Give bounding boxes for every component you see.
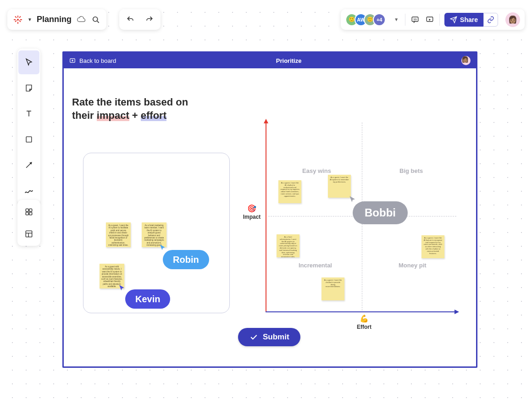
prioritize-frame: Back to board Prioritize 👩🏽 Rate the ite… [62,51,477,368]
share-button[interactable]: Share [444,13,483,27]
sticky-note[interactable]: As a guest, I want the chatbot to provid… [321,277,344,300]
frame-title: Prioritize [276,57,302,64]
frame-user-avatar[interactable]: 👩🏽 [461,56,471,65]
instruction-headline: Rate the items based on their impact + e… [72,96,205,122]
flex-emoji-icon: 💪 [350,314,378,323]
submit-button-label: Submit [263,332,289,342]
svg-rect-5 [15,16,17,18]
tool-templates[interactable] [18,202,39,222]
svg-rect-6 [19,20,21,22]
cursor-label-kevin: Kevin [125,289,170,309]
tool-frames[interactable] [18,224,39,244]
tool-text[interactable] [18,102,39,126]
y-axis-line [266,120,266,312]
svg-rect-8 [15,20,17,22]
y-axis-label: 🎯 Impact [238,204,266,220]
x-axis-arrow-icon [454,310,459,314]
sticky-note[interactable]: As a guest, I want the AI system to reme… [328,175,351,198]
svg-rect-22 [26,231,32,237]
tool-shape[interactable] [18,127,39,151]
sticky-note[interactable]: As a front administrator, I want the AI … [277,234,299,257]
copy-link-button[interactable] [483,13,498,27]
svg-point-0 [17,18,19,20]
headline-impact-highlight: impact [97,110,129,121]
cursor-pointer-icon [159,244,167,252]
cursor-label-bobbi: Bobbi [353,201,408,224]
target-emoji-icon: 🎯 [238,204,266,213]
cursor-pointer-icon [118,284,126,292]
svg-rect-7 [19,16,21,18]
x-axis-line [266,311,458,312]
tool-pen[interactable] [18,179,39,203]
cloud-sync-icon[interactable] [76,15,86,25]
x-axis-label: 💪 Effort [350,314,378,330]
collaboration-header-card: 🙂 AW 🙂 +4 ▼ 99 Share 👩🏽 [341,9,525,30]
presence-avatars[interactable]: 🙂 AW 🙂 +4 [345,13,386,26]
back-to-board-label: Back to board [79,57,116,64]
svg-rect-15 [26,137,32,142]
sticky-note[interactable]: As a guest, I want the AI feature to rec… [421,235,444,258]
svg-rect-20 [26,212,28,215]
frame-header: Back to board Prioritize 👩🏽 [64,53,476,68]
doc-menu-caret-icon[interactable]: ▼ [28,17,32,22]
svg-point-9 [93,17,98,21]
document-title[interactable]: Planning [37,15,72,24]
headline-text: + [129,110,141,121]
svg-rect-21 [29,212,32,215]
share-group: Share [444,13,498,27]
svg-rect-18 [26,209,28,211]
presence-dropdown-caret-icon[interactable]: ▼ [392,17,400,22]
y-axis-arrow-icon [264,119,268,123]
sticky-note[interactable]: As a guest, I want the AI chatbot to und… [278,180,301,203]
cursor-pointer-icon [348,195,357,204]
app-logo-icon [13,15,23,25]
svg-rect-2 [17,22,18,24]
headline-effort-highlight: effort [141,110,166,121]
current-user-avatar[interactable]: 👩🏽 [505,12,520,27]
secondary-toolbar [17,200,40,246]
quadrant-label-incremental: Incremental [299,262,332,269]
comments-icon[interactable]: 99 [410,15,420,25]
submit-button[interactable]: Submit [238,328,300,346]
svg-rect-1 [17,15,18,17]
svg-rect-3 [14,19,16,20]
back-to-board-button[interactable]: Back to board [69,57,116,64]
search-icon[interactable] [91,15,101,25]
present-icon[interactable] [425,15,435,25]
tool-line[interactable] [18,153,39,177]
svg-line-10 [97,21,99,22]
svg-text:99: 99 [413,17,417,21]
tool-sticky[interactable] [18,76,39,100]
cursor-label-robin: Robin [163,250,209,269]
main-toolbar [17,49,40,205]
y-axis-label-text: Impact [243,214,261,220]
divider [405,14,405,26]
document-header-card: ▼ Planning [7,9,106,30]
undo-button[interactable] [126,15,136,25]
svg-rect-4 [20,19,22,20]
quadrant-label-easy-wins: Easy wins [302,167,331,174]
tool-pointer[interactable] [18,50,39,74]
svg-marker-14 [429,18,431,21]
quadrant-label-money-pit: Money pit [399,262,427,269]
undo-redo-card [119,9,161,30]
divider [439,14,440,26]
redo-button[interactable] [144,15,154,25]
x-axis-label-text: Effort [357,324,371,330]
share-button-label: Share [460,16,478,23]
sticky-note[interactable]: As a guest, I want the AI system to faci… [106,222,131,247]
frame-body[interactable]: Rate the items based on their impact + e… [64,68,476,366]
presence-overflow[interactable]: +4 [373,13,386,26]
quadrant-label-big-bets: Big bets [399,167,423,174]
svg-rect-19 [29,209,32,211]
